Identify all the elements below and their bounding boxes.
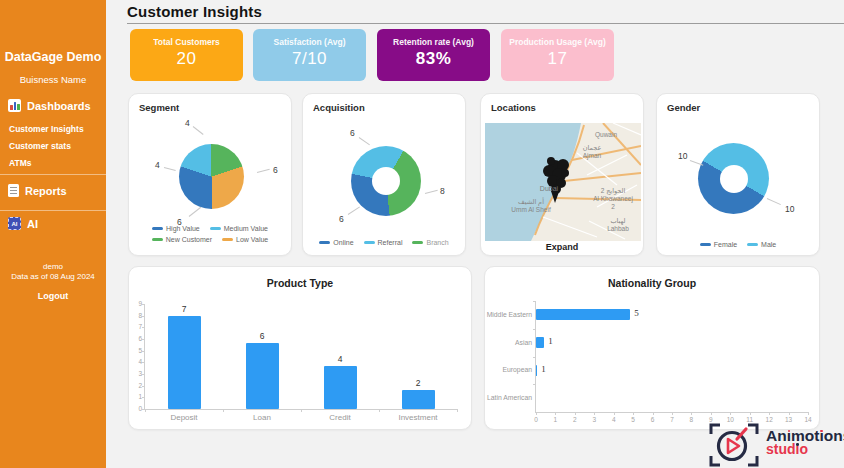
- y-axis-tick-label: 5: [130, 347, 142, 354]
- sidebar-dashboards-label: Dashboards: [27, 100, 91, 112]
- data-label: 4: [185, 118, 190, 128]
- callout-line: [257, 169, 270, 173]
- bar-chart-icon: [8, 99, 21, 112]
- sidebar-ai-label: AI: [27, 218, 38, 230]
- data-as-of: Data as of 08 Aug 2024: [0, 272, 106, 282]
- kpi-value: 17: [501, 49, 614, 69]
- sidebar-divider: [0, 210, 106, 211]
- sidebar-item-customer-stats[interactable]: Customer stats: [9, 141, 71, 151]
- legend-marker: [412, 241, 423, 244]
- x-axis-tick-mark: [301, 409, 302, 412]
- kpi-retention-rate: Retention rate (Avg) 83%: [377, 29, 490, 81]
- logo-i-dot: ı: [796, 441, 800, 457]
- kpi-satisfaction: Satisfaction (Avg) 7/10: [253, 29, 366, 81]
- callout-line: [189, 207, 201, 217]
- kpi-total-customers: Total Customers 20: [130, 29, 243, 81]
- sidebar-item-atms[interactable]: ATMs: [9, 158, 32, 168]
- legend-item-male[interactable]: Male: [747, 241, 776, 248]
- sidebar-item-dashboards[interactable]: Dashboards: [8, 99, 91, 112]
- map-label: Ajman: [583, 152, 602, 160]
- y-axis-tick-mark: [142, 362, 145, 363]
- x-axis-tick-label: 6: [648, 416, 658, 423]
- y-axis-category-label: Asian: [486, 339, 532, 346]
- legend-item-low-value[interactable]: Low Value: [222, 236, 268, 243]
- x-axis-tick-mark: [145, 409, 146, 412]
- callout-line: [164, 167, 176, 171]
- data-label: 10: [785, 204, 794, 214]
- gender-donut-chart: [698, 143, 769, 214]
- x-axis-tick-mark: [730, 412, 731, 415]
- page-title: Customer Insights: [127, 3, 262, 20]
- legend-item-new-customer[interactable]: New Customer: [152, 236, 212, 243]
- x-axis-tick-label: 7: [667, 416, 677, 423]
- kpi-production-usage: Production Usage (Avg) 17: [501, 29, 614, 81]
- product-type-bar-chart: 01234567897Deposit6Loan4Credit2Investmen…: [144, 304, 457, 410]
- legend-label: Online: [333, 239, 353, 246]
- y-axis-tick-mark: [142, 374, 145, 375]
- legend-item-branch[interactable]: Branch: [412, 239, 448, 246]
- y-axis-tick-mark: [533, 301, 536, 302]
- legend-marker: [700, 243, 711, 246]
- legend-label: Medium Value: [224, 225, 268, 232]
- x-axis-tick-label: 8: [686, 416, 696, 423]
- x-axis-category-label: Loan: [223, 413, 301, 422]
- x-axis-tick-mark: [789, 412, 790, 415]
- product-type-panel: Product Type 01234567897Deposit6Loan4Cre…: [128, 266, 472, 430]
- sidebar-item-ai[interactable]: AI AI: [8, 217, 38, 230]
- x-axis-tick-mark: [691, 412, 692, 415]
- bar-value-label: 7: [145, 304, 223, 314]
- map-label: 2: [611, 203, 615, 210]
- x-axis-tick-mark: [379, 409, 380, 412]
- x-axis-tick-label: 2: [570, 416, 580, 423]
- bar: [536, 365, 537, 376]
- kpi-value: 20: [130, 49, 243, 69]
- acquisition-panel: Acquisition 6 8 6 Online Referral Branch: [302, 93, 466, 256]
- y-axis-category-label: European: [486, 366, 532, 373]
- business-name: Buisness Name: [0, 74, 106, 85]
- donut-hole: [720, 165, 748, 193]
- legend-item-online[interactable]: Online: [319, 239, 353, 246]
- x-axis-tick-label: 4: [609, 416, 619, 423]
- legend-label: Low Value: [236, 236, 268, 243]
- x-axis-tick-mark: [575, 412, 576, 415]
- legend-item-referral[interactable]: Referral: [364, 239, 403, 246]
- bar-value-label: 6: [223, 331, 301, 341]
- data-label: 6: [273, 165, 278, 175]
- kpi-label: Production Usage (Avg): [501, 37, 614, 47]
- legend-marker: [747, 243, 758, 246]
- legend-item-female[interactable]: Female: [700, 241, 737, 248]
- x-axis-tick-mark: [769, 412, 770, 415]
- y-axis-tick-mark: [142, 316, 145, 317]
- callout-line: [425, 190, 438, 194]
- y-axis-tick-mark: [142, 327, 145, 328]
- legend-label: Male: [761, 241, 776, 248]
- panel-title: Segment: [139, 102, 179, 113]
- sidebar-item-reports[interactable]: Reports: [8, 184, 67, 197]
- logout-button[interactable]: Logout: [0, 291, 106, 301]
- y-axis-tick-mark: [142, 386, 145, 387]
- legend-marker: [319, 241, 330, 244]
- map-label: الحوايج 2: [601, 187, 626, 195]
- dubai-map[interactable]: Quwain عجمان Ajman الحوايج 2 Al Khawanee…: [485, 123, 641, 241]
- legend-item-medium-value[interactable]: Medium Value: [210, 225, 268, 232]
- x-axis-tick-mark: [750, 412, 751, 415]
- legend-marker: [210, 227, 221, 230]
- animotions-studio-logo: Anımotıons studıo: [706, 422, 844, 468]
- legend-label: Branch: [426, 239, 448, 246]
- locations-panel: Locations: [480, 93, 644, 256]
- map-label: عجمان: [583, 144, 602, 151]
- x-axis-tick-mark: [633, 412, 634, 415]
- gender-panel: Gender 10 10 Female Male: [656, 93, 820, 256]
- y-axis-tick-label: 7: [130, 323, 142, 330]
- y-axis-category-label: Middle Eastern: [486, 311, 532, 318]
- dashboard-app: DataGage Demo Buisness Name Dashboards C…: [0, 0, 844, 468]
- expand-map-button[interactable]: Expand: [481, 242, 643, 252]
- legend-item-high-value[interactable]: High Value: [152, 225, 200, 232]
- map-label: Lahbab: [607, 225, 629, 232]
- x-axis-tick-mark: [808, 412, 809, 415]
- segment-legend-row-1: High Value Medium Value: [129, 225, 291, 232]
- report-document-icon: [8, 184, 19, 197]
- chart-title: Product Type: [129, 277, 471, 289]
- y-axis-tick-label: 1: [130, 393, 142, 400]
- sidebar-item-customer-insights[interactable]: Customer Insights: [9, 124, 84, 134]
